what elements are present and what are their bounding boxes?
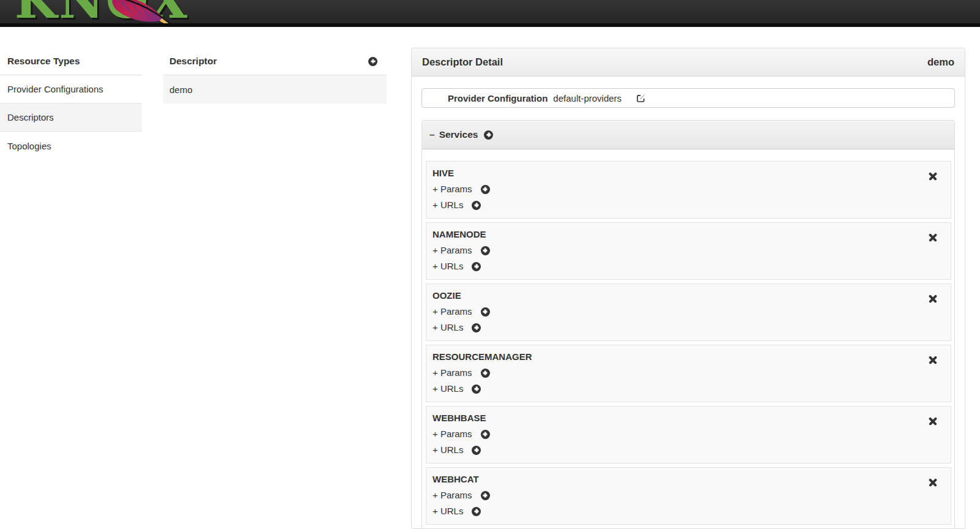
add-url-icon[interactable]	[472, 323, 481, 332]
service-card: HIVE + Params + URLs	[426, 161, 951, 219]
service-params-row: + Params	[432, 487, 945, 503]
service-name: OOZIE	[432, 288, 945, 304]
sidebar-item-label: Topologies	[7, 141, 51, 151]
service-params-row: + Params	[432, 365, 945, 381]
add-url-icon[interactable]	[472, 201, 481, 210]
remove-service-icon[interactable]	[928, 478, 937, 487]
descriptor-detail-panel: Descriptor Detail demo Provider Configur…	[411, 48, 965, 529]
service-urls-row: + URLs	[432, 381, 945, 397]
urls-label: + URLs	[432, 381, 463, 397]
descriptor-detail-body: Provider Configuration default-providers…	[412, 77, 965, 529]
urls-label: + URLs	[432, 442, 463, 458]
service-params-row: + Params	[432, 181, 945, 197]
provider-configuration-value: default-providers	[553, 93, 622, 103]
add-param-icon[interactable]	[481, 491, 490, 500]
service-card: OOZIE + Params + URLs	[426, 283, 951, 341]
remove-service-icon[interactable]	[928, 233, 937, 242]
service-urls-row: + URLs	[432, 320, 945, 336]
urls-label: + URLs	[432, 320, 463, 336]
sidebar-item[interactable]: Topologies	[0, 132, 142, 160]
selected-descriptor-name: demo	[927, 56, 954, 68]
services-section-header: – Services	[422, 121, 954, 149]
urls-label: + URLs	[432, 197, 463, 213]
top-navbar: KNOX	[0, 0, 980, 27]
params-label: + Params	[432, 181, 472, 197]
urls-label: + URLs	[432, 258, 463, 274]
descriptor-detail-header: Descriptor Detail demo	[412, 48, 965, 77]
services-list: HIVE + Params + URLs NAMENODE	[422, 149, 954, 529]
add-param-icon[interactable]	[481, 246, 490, 255]
sidebar-item[interactable]: Descriptors	[0, 103, 142, 132]
add-url-icon[interactable]	[472, 446, 481, 455]
remove-service-icon[interactable]	[928, 171, 937, 181]
service-urls-row: + URLs	[432, 503, 945, 519]
add-param-icon[interactable]	[481, 430, 490, 439]
sidebar-item[interactable]: Provider Configurations	[0, 75, 142, 103]
service-name: RESOURCEMANAGER	[432, 349, 945, 365]
sidebar-title: Resource Types	[0, 48, 142, 75]
detail-title: Descriptor Detail	[422, 56, 503, 68]
service-params-row: + Params	[432, 426, 945, 442]
resource-types-sidebar: Resource Types Provider Configurations D…	[0, 48, 142, 160]
descriptor-list-column: Descriptor demo	[163, 48, 387, 103]
service-card: WEBHCAT + Params + URLs	[426, 467, 951, 525]
provider-configuration-row: Provider Configuration default-providers	[421, 88, 955, 108]
remove-service-icon[interactable]	[928, 294, 937, 303]
service-name: WEBHCAT	[432, 471, 945, 487]
params-label: + Params	[432, 365, 472, 381]
params-label: + Params	[432, 304, 472, 320]
add-param-icon[interactable]	[481, 369, 490, 378]
service-name: HIVE	[432, 165, 945, 181]
edit-provider-configuration-icon[interactable]	[636, 93, 646, 103]
service-card: RESOURCEMANAGER + Params + URLs	[426, 345, 951, 402]
add-url-icon[interactable]	[472, 262, 481, 271]
services-title: Services	[439, 129, 478, 140]
service-params-row: + Params	[432, 242, 945, 258]
add-param-icon[interactable]	[481, 307, 490, 317]
collapse-services-toggle[interactable]: –	[429, 129, 435, 140]
descriptor-list-item[interactable]: demo	[163, 75, 387, 103]
params-label: + Params	[432, 426, 472, 442]
service-card: WEBHBASE + Params + URLs	[426, 406, 951, 463]
descriptor-item-label: demo	[169, 84, 193, 95]
remove-service-icon[interactable]	[928, 416, 937, 426]
urls-label: + URLs	[432, 503, 463, 519]
service-name: NAMENODE	[432, 227, 945, 242]
descriptor-list-title: Descriptor	[169, 56, 217, 67]
service-urls-row: + URLs	[432, 442, 945, 458]
service-urls-row: + URLs	[432, 197, 945, 213]
add-url-icon[interactable]	[472, 507, 481, 516]
add-param-icon[interactable]	[481, 185, 490, 194]
service-urls-row: + URLs	[432, 258, 945, 274]
provider-configuration-label: Provider Configuration	[448, 93, 548, 103]
service-card: NAMENODE + Params + URLs	[426, 222, 951, 280]
sidebar-item-label: Provider Configurations	[7, 84, 103, 94]
params-label: + Params	[432, 487, 472, 503]
service-name: WEBHBASE	[432, 410, 945, 426]
services-section: – Services HIVE + Params + URLs	[421, 120, 955, 529]
sidebar-item-label: Descriptors	[7, 112, 54, 122]
params-label: + Params	[432, 242, 472, 258]
apache-feather-icon	[103, 0, 175, 27]
descriptor-list-header: Descriptor	[163, 48, 387, 75]
add-descriptor-icon[interactable]	[368, 57, 377, 66]
remove-service-icon[interactable]	[928, 355, 937, 364]
add-url-icon[interactable]	[472, 385, 481, 394]
add-service-icon[interactable]	[484, 130, 493, 140]
service-params-row: + Params	[432, 304, 945, 320]
